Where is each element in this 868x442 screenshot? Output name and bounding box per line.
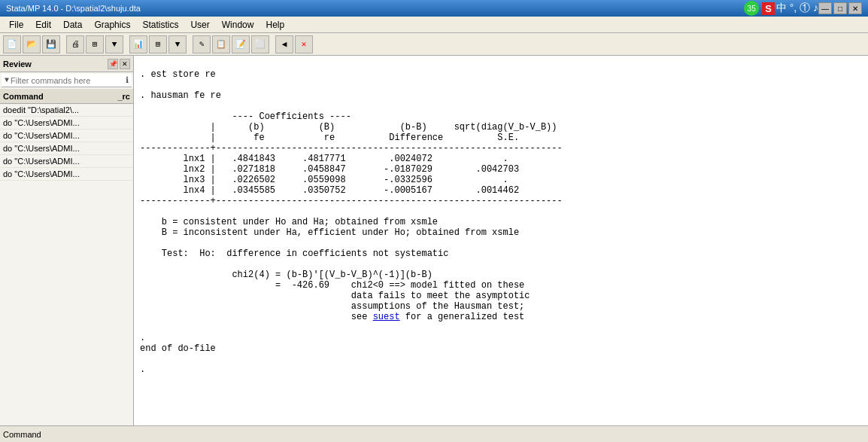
command-item-1[interactable]: do "C:\Users\ADMI... bbox=[0, 117, 133, 130]
output-line-0: . est store re bbox=[140, 69, 216, 80]
output-line-17: Test: Ho: difference in coefficients not… bbox=[140, 248, 448, 259]
toolbar-btn3[interactable]: ⊞ bbox=[149, 35, 167, 53]
command-item-2[interactable]: do "C:\Users\ADMI... bbox=[0, 130, 133, 142]
toolbar-chart[interactable]: 📊 bbox=[129, 35, 147, 53]
filter-box: ▼ ℹ bbox=[2, 74, 132, 87]
maximize-button[interactable]: □ bbox=[833, 2, 847, 14]
window-buttons: — □ ✕ bbox=[818, 2, 862, 14]
title-bar: Stata/MP 14.0 - D:\spatial2\shuju.dta 35… bbox=[0, 0, 868, 17]
filter-input[interactable] bbox=[11, 76, 126, 85]
menu-statistics[interactable]: Statistics bbox=[136, 18, 184, 32]
suest-link[interactable]: suest bbox=[373, 312, 400, 322]
output-line-25: . bbox=[140, 333, 145, 343]
output-line-8: lnx1 | .4841843 .4817771 .0024072 . bbox=[140, 154, 508, 164]
toolbar-dropdown1[interactable]: ▼ bbox=[105, 35, 123, 53]
toolbar-new[interactable]: 📄 bbox=[3, 35, 21, 53]
main-layout: Review 📌 ✕ ▼ ℹ Command _rc doedit "D:\sp… bbox=[0, 56, 868, 425]
output-line-15: B = inconsistent under Ha, efficient und… bbox=[140, 227, 519, 238]
command-item-3[interactable]: do "C:\Users\ADMI... bbox=[0, 142, 133, 155]
output-line-19: chi2(4) = (b-B)'[(V_b-V_B)^(-1)](b-B) bbox=[140, 270, 432, 280]
output-line-11: lnx4 | .0345585 .0350752 -.0005167 .0014… bbox=[140, 185, 519, 196]
command-list: doedit "D:\spatial2\... do "C:\Users\ADM… bbox=[0, 104, 133, 425]
command-item-5[interactable]: do "C:\Users\ADMI... bbox=[0, 168, 133, 181]
toolbar-dropdown2[interactable]: ▼ bbox=[168, 35, 187, 53]
review-panel: Review 📌 ✕ ▼ ℹ Command _rc doedit "D:\sp… bbox=[0, 56, 134, 425]
review-header-icons: 📌 ✕ bbox=[108, 59, 130, 69]
info-icon: ℹ bbox=[126, 75, 129, 85]
toolbar-save[interactable]: 💾 bbox=[42, 35, 60, 53]
menu-edit[interactable]: Edit bbox=[29, 18, 57, 32]
system-icons: 中 °, ① ♪ bbox=[776, 2, 818, 15]
command-header: Command _rc bbox=[0, 89, 133, 104]
menu-data[interactable]: Data bbox=[57, 18, 88, 32]
command-item-0[interactable]: doedit "D:\spatial2\... bbox=[0, 104, 133, 117]
output-line-28: . bbox=[140, 364, 145, 375]
output-line-20: = -426.69 chi2<0 ==> model fitted on the… bbox=[140, 280, 524, 291]
menu-user[interactable]: User bbox=[184, 18, 215, 32]
title-text: Stata/MP 14.0 - D:\spatial2\shuju.dta bbox=[6, 4, 744, 13]
output-line-4: ---- Coefficients ---- bbox=[140, 111, 351, 122]
output-line-14: b = consistent under Ho and Ha; obtained… bbox=[140, 217, 438, 227]
toolbar-edit2[interactable]: 📋 bbox=[212, 35, 230, 53]
output-line-10: lnx3 | .0226502 .0559098 -.0332596 . bbox=[140, 175, 508, 185]
review-close-button[interactable]: ✕ bbox=[120, 59, 130, 69]
minimize-button[interactable]: — bbox=[818, 2, 832, 14]
menu-bar: File Edit Data Graphics Statistics User … bbox=[0, 17, 868, 33]
output-line-6: | fe re Difference S.E. bbox=[140, 133, 519, 143]
output-line-23: see suest for a generalized test bbox=[140, 312, 524, 322]
toolbar-edit4[interactable]: ⬜ bbox=[251, 35, 269, 53]
toolbar-edit1[interactable]: ✎ bbox=[193, 35, 211, 53]
status-text: Command bbox=[3, 430, 41, 439]
output-line-12: -------------+--------------------------… bbox=[140, 196, 563, 206]
counter-badge: 35 bbox=[744, 1, 759, 16]
command-label: Command bbox=[3, 92, 44, 101]
toolbar-btn2[interactable]: ⊞ bbox=[86, 35, 104, 53]
toolbar-back[interactable]: ◀ bbox=[275, 35, 293, 53]
menu-graphics[interactable]: Graphics bbox=[88, 18, 136, 32]
toolbar-edit3[interactable]: 📝 bbox=[232, 35, 250, 53]
review-title: Review bbox=[3, 59, 32, 69]
output-line-22: assumptions of the Hausman test; bbox=[140, 301, 524, 312]
menu-window[interactable]: Window bbox=[216, 18, 260, 32]
command-rc: _rc bbox=[117, 92, 130, 101]
toolbar-print[interactable]: 🖨 bbox=[66, 35, 84, 53]
output-line-7: -------------+--------------------------… bbox=[140, 143, 563, 154]
close-button[interactable]: ✕ bbox=[848, 2, 862, 14]
output-line-5: | (b) (B) (b-B) sqrt(diag(V_b-V_B)) bbox=[140, 122, 557, 133]
review-header: Review 📌 ✕ bbox=[0, 56, 133, 72]
output-line-21: data fails to meet the asymptotic bbox=[140, 291, 530, 301]
menu-file[interactable]: File bbox=[3, 18, 29, 32]
filter-icon: ▼ bbox=[5, 76, 9, 84]
output-line-26: end of do-file bbox=[140, 343, 216, 354]
toolbar-stop[interactable]: ✕ bbox=[295, 35, 313, 53]
review-pin-button[interactable]: 📌 bbox=[108, 59, 118, 69]
command-item-4[interactable]: do "C:\Users\ADMI... bbox=[0, 155, 133, 168]
toolbar: 📄 📂 💾 🖨 ⊞ ▼ 📊 ⊞ ▼ ✎ 📋 📝 ⬜ ◀ ✕ bbox=[0, 33, 868, 56]
toolbar-open[interactable]: 📂 bbox=[23, 35, 41, 53]
menu-help[interactable]: Help bbox=[259, 18, 290, 32]
app-logo: S bbox=[762, 2, 775, 15]
output-line-9: lnx2 | .0271818 .0458847 -.0187029 .0042… bbox=[140, 164, 519, 175]
status-bar: Command bbox=[0, 425, 868, 442]
output-area: . est store re . hausman fe re ---- Coef… bbox=[134, 56, 868, 425]
output-line-2: . hausman fe re bbox=[140, 90, 221, 101]
